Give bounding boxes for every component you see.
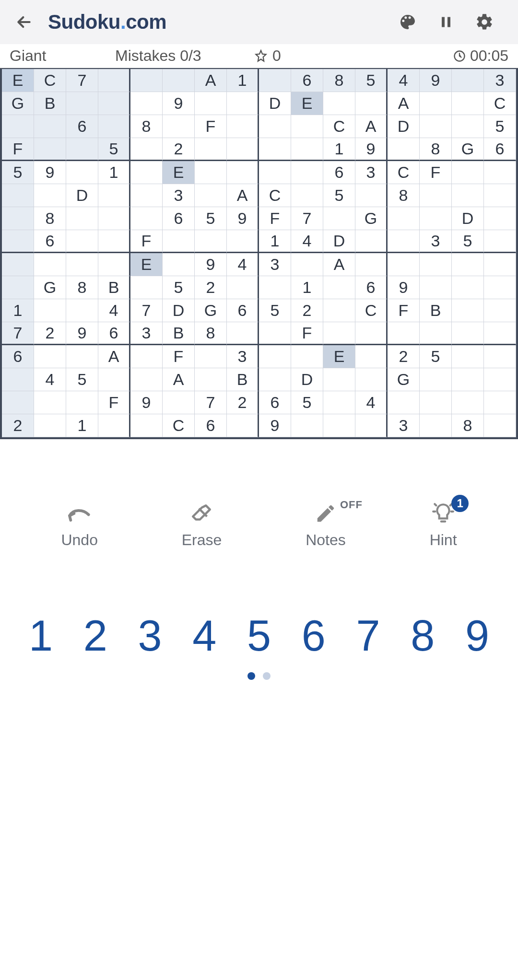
- cell[interactable]: 4: [227, 253, 259, 276]
- pause-button[interactable]: [427, 13, 465, 31]
- cell[interactable]: F: [98, 391, 130, 414]
- cell[interactable]: [98, 69, 130, 92]
- cell[interactable]: [291, 345, 323, 368]
- cell[interactable]: [130, 276, 163, 299]
- cell[interactable]: F: [130, 230, 163, 253]
- cell[interactable]: [484, 276, 516, 299]
- cell[interactable]: [98, 368, 130, 391]
- cell[interactable]: [259, 345, 291, 368]
- cell[interactable]: B: [98, 276, 130, 299]
- cell[interactable]: [227, 414, 259, 437]
- cell[interactable]: 4: [291, 230, 323, 253]
- notes-button[interactable]: OFF Notes: [306, 502, 346, 549]
- cell[interactable]: 3: [259, 253, 291, 276]
- cell[interactable]: 1: [291, 276, 323, 299]
- cell[interactable]: [98, 253, 130, 276]
- cell[interactable]: [355, 184, 388, 207]
- cell[interactable]: 6: [195, 414, 227, 437]
- cell[interactable]: [227, 92, 259, 115]
- cell[interactable]: F: [195, 115, 227, 138]
- cell[interactable]: [259, 69, 291, 92]
- cell[interactable]: [420, 253, 452, 276]
- cell[interactable]: [195, 161, 227, 184]
- cell[interactable]: [323, 276, 355, 299]
- cell[interactable]: [2, 115, 34, 138]
- numpad-4[interactable]: 4: [178, 611, 231, 661]
- cell[interactable]: [66, 253, 98, 276]
- cell[interactable]: [34, 345, 66, 368]
- cell[interactable]: 8: [388, 184, 420, 207]
- cell[interactable]: 8: [130, 115, 163, 138]
- cell[interactable]: [452, 368, 484, 391]
- cell[interactable]: 5: [291, 391, 323, 414]
- cell[interactable]: 4: [98, 299, 130, 322]
- cell[interactable]: [355, 322, 388, 345]
- cell[interactable]: [259, 368, 291, 391]
- cell[interactable]: [2, 276, 34, 299]
- cell[interactable]: [227, 138, 259, 161]
- cell[interactable]: [323, 92, 355, 115]
- cell[interactable]: [66, 161, 98, 184]
- cell[interactable]: [388, 391, 420, 414]
- cell[interactable]: F: [163, 345, 195, 368]
- cell[interactable]: [484, 322, 516, 345]
- cell[interactable]: [227, 161, 259, 184]
- cell[interactable]: [163, 230, 195, 253]
- cell[interactable]: A: [227, 184, 259, 207]
- cell[interactable]: 5: [323, 184, 355, 207]
- cell[interactable]: E: [323, 345, 355, 368]
- cell[interactable]: [227, 230, 259, 253]
- cell[interactable]: [227, 276, 259, 299]
- cell[interactable]: [259, 138, 291, 161]
- cell[interactable]: 3: [484, 69, 516, 92]
- cell[interactable]: F: [388, 299, 420, 322]
- cell[interactable]: [484, 253, 516, 276]
- cell[interactable]: E: [130, 253, 163, 276]
- cell[interactable]: 7: [66, 69, 98, 92]
- cell[interactable]: [452, 299, 484, 322]
- cell[interactable]: 2: [163, 138, 195, 161]
- cell[interactable]: [323, 207, 355, 230]
- cell[interactable]: A: [323, 253, 355, 276]
- cell[interactable]: D: [291, 368, 323, 391]
- cell[interactable]: C: [34, 69, 66, 92]
- cell[interactable]: [291, 414, 323, 437]
- cell[interactable]: 9: [388, 276, 420, 299]
- cell[interactable]: E: [2, 69, 34, 92]
- cell[interactable]: 6: [259, 391, 291, 414]
- cell[interactable]: D: [66, 184, 98, 207]
- cell[interactable]: A: [355, 115, 388, 138]
- cell[interactable]: [66, 299, 98, 322]
- cell[interactable]: G: [34, 276, 66, 299]
- cell[interactable]: G: [195, 299, 227, 322]
- cell[interactable]: C: [388, 161, 420, 184]
- back-button[interactable]: [14, 12, 34, 32]
- cell[interactable]: 9: [34, 161, 66, 184]
- cell[interactable]: 5: [195, 207, 227, 230]
- cell[interactable]: [291, 138, 323, 161]
- cell[interactable]: 8: [34, 207, 66, 230]
- numpad-6[interactable]: 6: [287, 611, 340, 661]
- cell[interactable]: [130, 414, 163, 437]
- cell[interactable]: [130, 345, 163, 368]
- cell[interactable]: [484, 414, 516, 437]
- numpad-5[interactable]: 5: [233, 611, 285, 661]
- cell[interactable]: [163, 115, 195, 138]
- cell[interactable]: [66, 391, 98, 414]
- cell[interactable]: [420, 368, 452, 391]
- cell[interactable]: [66, 138, 98, 161]
- cell[interactable]: [34, 391, 66, 414]
- cell[interactable]: [484, 207, 516, 230]
- cell[interactable]: 4: [355, 391, 388, 414]
- cell[interactable]: 2: [195, 276, 227, 299]
- cell[interactable]: 2: [227, 391, 259, 414]
- cell[interactable]: [66, 92, 98, 115]
- cell[interactable]: A: [163, 368, 195, 391]
- cell[interactable]: G: [2, 92, 34, 115]
- cell[interactable]: [163, 69, 195, 92]
- cell[interactable]: 9: [66, 322, 98, 345]
- cell[interactable]: D: [323, 230, 355, 253]
- cell[interactable]: 9: [195, 253, 227, 276]
- undo-button[interactable]: Undo: [61, 502, 98, 549]
- cell[interactable]: [66, 207, 98, 230]
